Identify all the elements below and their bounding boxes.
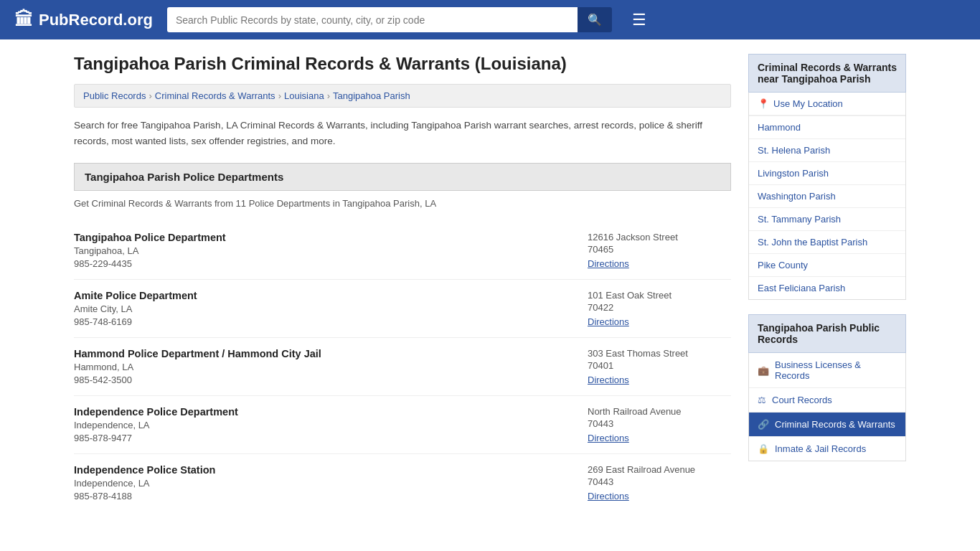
entry-zip-3: 70443 xyxy=(588,418,731,429)
nearby-item-3[interactable]: Washington Parish xyxy=(749,185,905,208)
site-header: 🏛 PubRecord.org 🔍 ☰ xyxy=(0,0,980,39)
entry-city-2: Hammond, LA xyxy=(74,362,321,372)
section-header: Tangipahoa Parish Police Departments xyxy=(74,163,731,191)
breadcrumb-sep-2: › xyxy=(278,90,281,101)
entry-right-1: 101 East Oak Street 70422 Directions xyxy=(588,290,731,327)
entry-address-4: 269 East Railroad Avenue xyxy=(588,464,731,475)
entry-left-2: Hammond Police Department / Hammond City… xyxy=(74,348,321,385)
entry-right-2: 303 East Thomas Street 70401 Directions xyxy=(588,348,731,385)
record-item-3[interactable]: 🔒 Inmate & Jail Records xyxy=(749,437,905,461)
nearby-link-1[interactable]: St. Helena Parish xyxy=(749,139,905,161)
logo-text: PubRecord.org xyxy=(39,11,153,29)
entry-phone-4: 985-878-4188 xyxy=(74,491,215,501)
page-container: Tangipahoa Parish Criminal Records & War… xyxy=(60,39,920,526)
site-logo[interactable]: 🏛 PubRecord.org xyxy=(14,9,153,31)
main-content: Tangipahoa Parish Criminal Records & War… xyxy=(74,54,731,512)
police-entry: Hammond Police Department / Hammond City… xyxy=(74,338,731,396)
nearby-item-4[interactable]: St. Tammany Parish xyxy=(749,208,905,231)
nearby-item-7[interactable]: East Feliciana Parish xyxy=(749,277,905,299)
record-link-0[interactable]: 💼 Business Licenses & Records xyxy=(749,353,905,387)
directions-link-2[interactable]: Directions xyxy=(588,375,629,385)
directions-link-4[interactable]: Directions xyxy=(588,491,629,501)
entry-city-4: Independence, LA xyxy=(74,478,215,489)
directions-link-1[interactable]: Directions xyxy=(588,316,629,327)
entry-address-2: 303 East Thomas Street xyxy=(588,348,731,359)
police-entry: Independence Police Station Independence… xyxy=(74,454,731,512)
section-desc: Get Criminal Records & Warrants from 11 … xyxy=(74,198,731,209)
record-label-2: Criminal Records & Warrants xyxy=(775,419,895,430)
entry-phone-2: 985-542-3500 xyxy=(74,375,321,385)
record-label-3: Inmate & Jail Records xyxy=(775,443,866,454)
directions-link-3[interactable]: Directions xyxy=(588,433,629,443)
entry-left-0: Tangipahoa Police Department Tangipahoa,… xyxy=(74,232,226,269)
search-input[interactable] xyxy=(167,7,578,32)
record-icon-2: 🔗 xyxy=(758,419,769,430)
police-entry: Independence Police Department Independe… xyxy=(74,396,731,454)
directions-link-0[interactable]: Directions xyxy=(588,258,629,269)
nearby-link-6[interactable]: Pike County xyxy=(749,254,905,276)
entry-address-3: North Railroad Avenue xyxy=(588,406,731,417)
breadcrumb: Public Records › Criminal Records & Warr… xyxy=(74,84,731,108)
nearby-link-3[interactable]: Washington Parish xyxy=(749,185,905,207)
entry-name-1: Amite Police Department xyxy=(74,290,197,301)
entry-phone-0: 985-229-4435 xyxy=(74,258,226,269)
record-item-0[interactable]: 💼 Business Licenses & Records xyxy=(749,353,905,388)
search-button[interactable]: 🔍 xyxy=(578,7,612,32)
record-icon-1: ⚖ xyxy=(758,395,766,405)
entry-name-0: Tangipahoa Police Department xyxy=(74,232,226,243)
police-entry: Amite Police Department Amite City, LA 9… xyxy=(74,280,731,338)
nearby-item-5[interactable]: St. John the Baptist Parish xyxy=(749,231,905,254)
record-item-1[interactable]: ⚖ Court Records xyxy=(749,388,905,413)
record-label-0: Business Licenses & Records xyxy=(775,359,897,381)
use-location-item[interactable]: 📍 Use My Location xyxy=(749,93,905,116)
entry-zip-1: 70422 xyxy=(588,302,731,313)
menu-button[interactable]: ☰ xyxy=(626,8,652,32)
nearby-item-0[interactable]: Hammond xyxy=(749,116,905,139)
record-link-2[interactable]: 🔗 Criminal Records & Warrants xyxy=(749,413,905,436)
page-title: Tangipahoa Parish Criminal Records & War… xyxy=(74,54,731,74)
breadcrumb-louisiana[interactable]: Louisiana xyxy=(284,90,324,101)
nearby-item-2[interactable]: Livingston Parish xyxy=(749,162,905,185)
breadcrumb-tangipahoa[interactable]: Tangipahoa Parish xyxy=(333,90,410,101)
entry-zip-0: 70465 xyxy=(588,244,731,255)
record-item-2[interactable]: 🔗 Criminal Records & Warrants xyxy=(749,413,905,437)
sidebar: Criminal Records & Warrants near Tangipa… xyxy=(748,54,906,512)
nearby-link-4[interactable]: St. Tammany Parish xyxy=(749,208,905,230)
entry-address-0: 12616 Jackson Street xyxy=(588,232,731,242)
entry-name-3: Independence Police Department xyxy=(74,406,238,418)
entry-right-0: 12616 Jackson Street 70465 Directions xyxy=(588,232,731,269)
breadcrumb-public-records[interactable]: Public Records xyxy=(83,90,146,101)
police-entry: Tangipahoa Police Department Tangipahoa,… xyxy=(74,222,731,280)
hamburger-icon: ☰ xyxy=(632,11,646,29)
page-description: Search for free Tangipahoa Parish, LA Cr… xyxy=(74,118,731,149)
entry-address-1: 101 East Oak Street xyxy=(588,290,731,301)
nearby-link-0[interactable]: Hammond xyxy=(749,116,905,138)
entry-zip-2: 70401 xyxy=(588,360,731,371)
entry-zip-4: 70443 xyxy=(588,476,731,487)
search-bar: 🔍 xyxy=(167,7,612,32)
entry-city-3: Independence, LA xyxy=(74,420,238,430)
nearby-list: 📍 Use My Location HammondSt. Helena Pari… xyxy=(748,93,906,300)
entry-name-2: Hammond Police Department / Hammond City… xyxy=(74,348,321,359)
record-icon-0: 💼 xyxy=(758,365,769,376)
entry-city-1: Amite City, LA xyxy=(74,303,197,314)
nearby-link-2[interactable]: Livingston Parish xyxy=(749,162,905,184)
breadcrumb-sep-3: › xyxy=(327,90,330,101)
entry-name-4: Independence Police Station xyxy=(74,464,215,476)
breadcrumb-criminal-records[interactable]: Criminal Records & Warrants xyxy=(155,90,275,101)
nearby-item-1[interactable]: St. Helena Parish xyxy=(749,139,905,162)
nearby-item-6[interactable]: Pike County xyxy=(749,254,905,277)
record-link-3[interactable]: 🔒 Inmate & Jail Records xyxy=(749,437,905,461)
entry-right-3: North Railroad Avenue 70443 Directions xyxy=(588,406,731,443)
logo-icon: 🏛 xyxy=(14,9,33,31)
nearby-link-7[interactable]: East Feliciana Parish xyxy=(749,277,905,299)
entry-left-3: Independence Police Department Independe… xyxy=(74,406,238,443)
departments-list: Tangipahoa Police Department Tangipahoa,… xyxy=(74,222,731,512)
use-location-link[interactable]: 📍 Use My Location xyxy=(749,93,905,116)
location-icon: 📍 xyxy=(758,98,769,109)
entry-right-4: 269 East Railroad Avenue 70443 Direction… xyxy=(588,464,731,501)
record-link-1[interactable]: ⚖ Court Records xyxy=(749,388,905,412)
entry-phone-3: 985-878-9477 xyxy=(74,433,238,443)
nearby-link-5[interactable]: St. John the Baptist Parish xyxy=(749,231,905,253)
entry-phone-1: 985-748-6169 xyxy=(74,316,197,327)
